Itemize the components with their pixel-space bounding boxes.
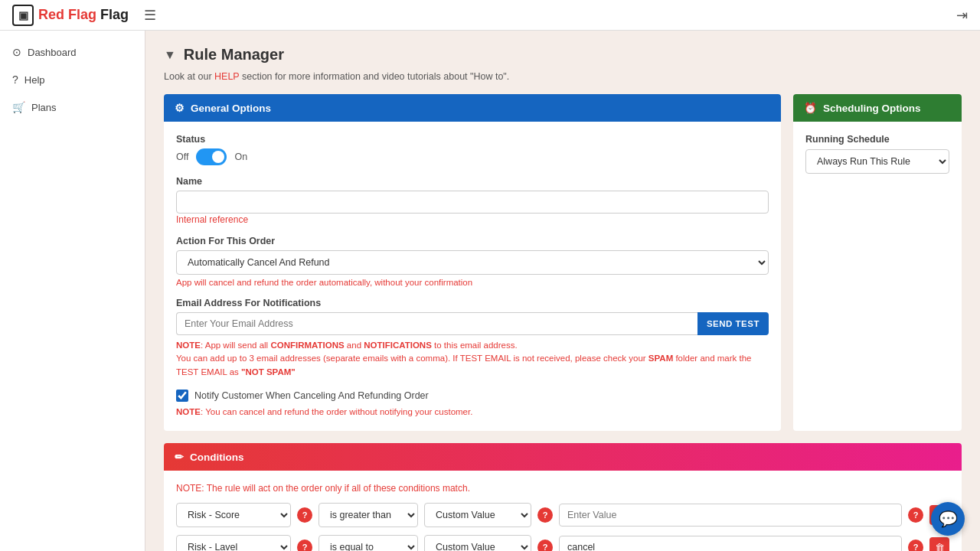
logo-icon: ▣ (12, 5, 34, 26)
condition-value-type-select-2[interactable]: Custom Value (424, 535, 531, 551)
scheduling-options-body: Running Schedule Always Run This Rule (793, 122, 962, 186)
condition-value-1 (559, 504, 902, 527)
condition-field-select-2[interactable]: Risk - Score Risk - Lavel (176, 535, 291, 551)
conditions-card: ✏ Conditions NOTE: The rule will act on … (164, 443, 962, 551)
condition-value-type-1: Custom Value (424, 503, 531, 527)
condition-value-type-2: Custom Value (424, 535, 531, 551)
action-label: Action For This Order (176, 236, 769, 246)
brand-name: Red Flag Flag (38, 7, 129, 23)
logout-icon[interactable]: ⇥ (956, 7, 968, 24)
notify-checkbox-row: Notify Customer When Canceling And Refun… (176, 390, 769, 402)
sidebar-item-label: Plans (31, 102, 57, 113)
condition-operator-1: is greater than is equal to is less than (318, 503, 418, 527)
scheduling-options-header: ⏰ Scheduling Options (793, 94, 962, 122)
email-note: NOTE: App will send all CONFIRMATIONS an… (176, 339, 769, 379)
email-input[interactable] (176, 312, 697, 335)
sidebar-item-plans[interactable]: 🛒 Plans (0, 93, 145, 121)
page-title: Rule Manager (184, 46, 284, 64)
help-icon: ? (12, 73, 18, 86)
status-on-label: On (234, 152, 247, 162)
topnav: ▣ Red Flag Flag ☰ ⇥ (0, 0, 980, 31)
condition-row-2: Risk - Score Risk - Lavel ? is greater t… (176, 535, 949, 551)
chat-icon: 💬 (939, 510, 958, 528)
main-content: ▼ Rule Manager Look at our HELP section … (145, 31, 980, 551)
action-select[interactable]: Automatically Cancel And Refund (176, 250, 769, 275)
condition-field-select-1[interactable]: Risk - Score Risk - Lavel (176, 503, 291, 527)
name-group: Name Basic fraud protection rule for HIG… (176, 176, 769, 225)
help-link[interactable]: HELP (214, 71, 239, 82)
hamburger-icon[interactable]: ☰ (144, 7, 156, 24)
general-options-title: General Options (191, 103, 271, 114)
notify-checkbox[interactable] (176, 390, 188, 402)
notifications-text: NOTIFICATIONS (364, 341, 432, 350)
checkbox-note: NOTE: You can cancel and refund the orde… (176, 406, 769, 419)
plans-icon: 🛒 (12, 101, 25, 113)
condition-value-input-1[interactable] (559, 504, 902, 527)
condition-field-1: Risk - Score Risk - Lavel (176, 503, 291, 527)
page-subtitle: Look at our HELP section for more inform… (164, 71, 962, 82)
scheduling-options-title: Scheduling Options (823, 103, 921, 114)
status-group: Status Off On (176, 134, 769, 165)
sidebar-item-help[interactable]: ? Help (0, 66, 145, 93)
condition-value-input-2[interactable] (559, 536, 902, 551)
conditions-header: ✏ Conditions (164, 443, 962, 471)
email-label: Email Address For Notifications (176, 298, 769, 308)
spam-text: SPAM (648, 354, 673, 363)
name-input[interactable]: Basic fraud protection rule for HIGH RIS… (176, 191, 769, 214)
page-title-row: ▼ Rule Manager (164, 46, 962, 64)
condition-value-2 (559, 536, 902, 551)
general-options-card: ⚙ General Options Status Off On (164, 94, 781, 431)
edit-icon: ✏ (175, 451, 184, 463)
dashboard-icon: ⊙ (12, 46, 21, 58)
value-help-button-2[interactable]: ? (908, 540, 923, 551)
internal-reference-link[interactable]: Internal reference (176, 214, 248, 225)
status-off-label: Off (176, 152, 188, 162)
condition-value-type-select-1[interactable]: Custom Value (424, 503, 531, 527)
chat-bubble[interactable]: 💬 (931, 502, 965, 536)
name-label: Name (176, 176, 769, 187)
clock-icon: ⏰ (804, 102, 817, 114)
note-prefix: NOTE (176, 341, 201, 350)
gear-icon: ⚙ (175, 102, 185, 114)
status-toggle[interactable] (196, 148, 227, 165)
value-type-help-button-1[interactable]: ? (537, 507, 553, 523)
scheduling-options-card: ⏰ Scheduling Options Running Schedule Al… (793, 94, 962, 431)
sidebar-item-label: Dashboard (28, 47, 77, 58)
action-group: Action For This Order Automatically Canc… (176, 236, 769, 287)
send-test-button[interactable]: SEND TEST (697, 312, 769, 335)
value-type-help-button-2[interactable]: ? (537, 540, 553, 551)
filter-icon: ▼ (164, 48, 176, 62)
conditions-note: NOTE: The rule will act on the order onl… (176, 483, 949, 494)
schedule-select[interactable]: Always Run This Rule (805, 149, 949, 174)
email-group: Email Address For Notifications SEND TES… (176, 298, 769, 379)
content-row: ⚙ General Options Status Off On (164, 94, 962, 431)
field-help-button-2[interactable]: ? (297, 540, 312, 551)
logo: ▣ Red Flag Flag (12, 5, 129, 26)
status-row: Off On (176, 148, 769, 165)
action-info: App will cancel and refund the order aut… (176, 278, 769, 287)
status-label: Status (176, 134, 769, 145)
sidebar-item-label: Help (24, 74, 45, 86)
condition-operator-select-2[interactable]: is greater than is equal to is less than (318, 535, 418, 551)
condition-operator-select-1[interactable]: is greater than is equal to is less than (318, 503, 418, 527)
not-spam-text: "NOT SPAM" (241, 367, 296, 377)
confirmations-text: CONFIRMATIONS (270, 341, 344, 350)
running-schedule-label: Running Schedule (805, 134, 949, 145)
sidebar-item-dashboard[interactable]: ⊙ Dashboard (0, 38, 145, 66)
general-options-body: Status Off On Name Basic (164, 122, 781, 431)
condition-operator-2: is greater than is equal to is less than (318, 535, 418, 551)
toggle-slider (196, 148, 227, 165)
condition-field-2: Risk - Score Risk - Lavel (176, 535, 291, 551)
notify-checkbox-label: Notify Customer When Canceling And Refun… (194, 390, 429, 401)
general-options-header: ⚙ General Options (164, 94, 781, 122)
condition-row-1: Risk - Score Risk - Lavel ? is greater t… (176, 503, 949, 527)
delete-condition-button-2[interactable]: 🗑 (929, 537, 949, 551)
sidebar: ⊙ Dashboard ? Help 🛒 Plans (0, 31, 145, 551)
value-help-button-1[interactable]: ? (908, 507, 923, 523)
field-help-button-1[interactable]: ? (297, 507, 312, 523)
conditions-title: Conditions (190, 452, 244, 463)
email-row: SEND TEST (176, 312, 769, 335)
conditions-body: NOTE: The rule will act on the order onl… (164, 471, 962, 551)
